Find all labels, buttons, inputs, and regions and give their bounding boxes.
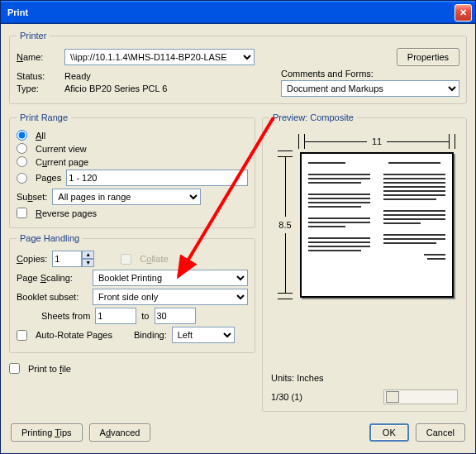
dim-width: 11 [298,134,455,149]
height-value: 8.5 [278,217,291,233]
titlebar[interactable]: Print ✕ [1,1,475,24]
units-value: Inches [297,373,323,383]
current-page-radio[interactable] [17,156,27,167]
spin-up-icon[interactable]: ▲ [82,251,94,259]
sheets-to-input[interactable] [155,308,196,324]
comments-select[interactable]: Document and Markups [281,80,459,97]
all-label: All [36,131,45,141]
copies-spinner[interactable]: ▲▼ [52,251,94,267]
close-button[interactable]: ✕ [455,4,472,22]
preview-box: 11 8.5 [274,134,455,299]
window-title: Print [4,7,455,17]
current-view-radio[interactable] [17,143,27,154]
print-range-group: Print Range All Current view Current pag… [9,112,255,228]
collate-checkbox [121,254,131,265]
printer-name-select[interactable]: \\ipp://10.1.1.4\MHS-D114-BP20-LASER [64,49,255,65]
dim-height: 8.5 [274,151,297,299]
pages-radio[interactable] [17,173,27,184]
print-to-file-checkbox[interactable] [9,363,20,374]
type-value: Aficio BP20 Series PCL 6 [64,84,167,93]
reverse-checkbox[interactable] [17,208,27,218]
print-dialog: Print ✕ Printer Name: \\ipp://10.1.1.4\M… [0,0,476,454]
status-value: Ready [64,71,91,81]
sheets-from-label: Sheets from [41,311,90,321]
current-view-label: Current view [36,144,87,154]
advanced-button[interactable]: Advanced [89,423,151,442]
subset-label: Subset: [17,192,47,202]
page-indicator: 1/30 (1) [271,392,302,402]
ok-button[interactable]: OK [369,423,409,442]
name-label: Name: [17,52,60,62]
page-handling-group: Page Handling Copies: ▲▼ Collate Page Sc… [9,233,255,353]
printing-tips-button[interactable]: Printing Tips [11,423,83,442]
page-scaling-select[interactable]: Booklet Printing [93,270,248,286]
spin-down-icon[interactable]: ▼ [82,259,94,267]
type-label: Type: [17,84,60,93]
print-to-file-label: Print to file [28,364,71,374]
printer-group: Printer Name: \\ipp://10.1.1.4\MHS-D114-… [9,31,467,104]
auto-rotate-label: Auto-Rotate Pages [36,330,112,340]
binding-label: Binding: [134,330,167,340]
booklet-subset-select[interactable]: Front side only [93,289,248,305]
close-icon: ✕ [459,7,467,18]
cancel-button[interactable]: Cancel [416,423,465,442]
zoom-slider[interactable] [383,389,458,404]
reverse-label: Reverse pages [36,208,97,218]
auto-rotate-checkbox[interactable] [17,330,27,341]
pages-label: Pages [36,173,61,183]
all-radio[interactable] [17,130,27,141]
range-legend: Print Range [17,112,71,122]
scaling-label: Page Scaling: [17,273,88,283]
current-page-label: Current page [36,157,88,167]
handling-legend: Page Handling [17,233,83,243]
width-value: 11 [367,136,387,146]
preview-legend: Preview: Composite [269,112,357,122]
sheets-to-label: to [141,311,149,321]
units-label: Units: [271,373,294,383]
preview-group: Preview: Composite 11 8.5 [262,112,467,412]
printer-legend: Printer [17,31,50,41]
pages-input[interactable] [66,170,248,186]
slider-thumb[interactable] [386,391,399,403]
sheets-from-input[interactable] [95,308,136,324]
copies-label: Copies: [17,254,47,264]
comments-label: Comments and Forms: [281,69,459,79]
booklet-label: Booklet subset: [17,292,88,302]
copies-input[interactable] [52,251,82,267]
preview-page [300,152,454,298]
status-label: Status: [17,71,60,81]
binding-select[interactable]: Left [172,327,235,343]
subset-select[interactable]: All pages in range [52,189,201,205]
properties-button[interactable]: Properties [397,48,459,66]
collate-label: Collate [140,254,168,264]
